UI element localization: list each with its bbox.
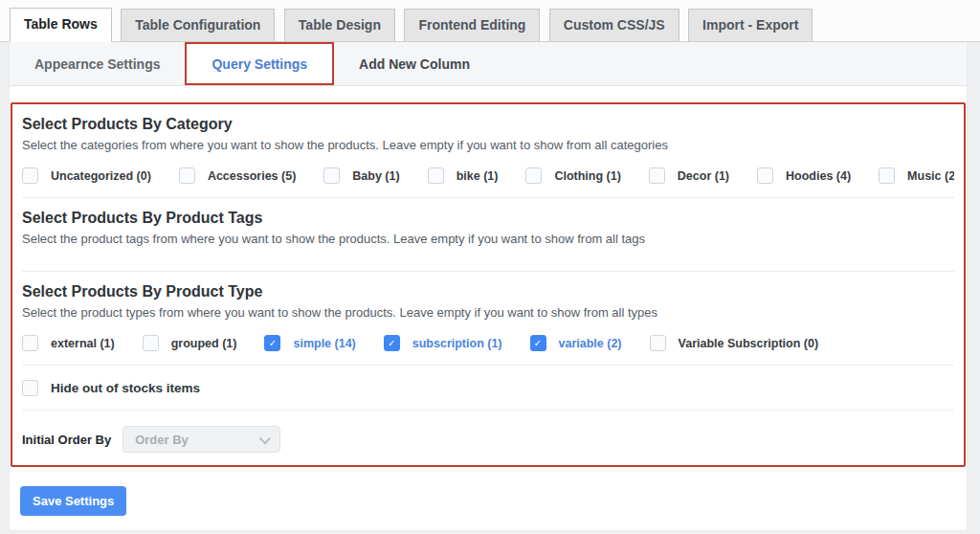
- checkbox-icon[interactable]: [323, 167, 340, 184]
- category-section-title: Select Products By Category: [22, 116, 954, 133]
- checkbox-label: Decor (1): [678, 169, 729, 183]
- tab-query-settings[interactable]: Query Settings: [185, 42, 334, 85]
- checkbox-icon[interactable]: [179, 167, 195, 184]
- category-section: Select Products By Category Select the c…: [12, 104, 964, 197]
- checkbox-checked-icon[interactable]: [384, 335, 400, 351]
- initial-order-row: Initial Order By Order By: [12, 411, 964, 465]
- category-option-baby[interactable]: Baby (1): [323, 167, 399, 184]
- type-options-row: external (1) grouped (1) simple (14) sub…: [22, 335, 954, 351]
- checkbox-icon[interactable]: [22, 335, 38, 351]
- checkbox-icon[interactable]: [649, 167, 665, 184]
- tab-import-export[interactable]: Import - Export: [688, 9, 813, 41]
- tab-frontend-editing[interactable]: Frontend Editing: [404, 9, 540, 41]
- tags-section-description: Select the product tags from where you w…: [22, 232, 954, 246]
- save-settings-button[interactable]: Save Settings: [20, 486, 126, 516]
- category-option-accessories[interactable]: Accessories (5): [179, 167, 296, 184]
- type-option-variable[interactable]: variable (2): [530, 335, 622, 351]
- checkbox-icon[interactable]: [143, 335, 159, 351]
- checkbox-icon[interactable]: [525, 167, 542, 184]
- initial-order-by-label: Initial Order By: [22, 433, 111, 447]
- tab-appearance-settings[interactable]: Appearnce Settings: [10, 42, 185, 85]
- checkbox-icon[interactable]: [757, 167, 773, 184]
- tab-add-new-column[interactable]: Add New Column: [334, 42, 495, 85]
- category-section-description: Select the categories from where you wan…: [22, 138, 954, 152]
- tab-table-design[interactable]: Table Design: [284, 9, 395, 41]
- checkbox-label: simple (14): [293, 337, 355, 350]
- checkbox-label: grouped (1): [171, 337, 237, 350]
- type-option-subscription[interactable]: subscription (1): [384, 335, 502, 351]
- checkbox-label: variable (2): [559, 337, 622, 350]
- category-option-decor[interactable]: Decor (1): [649, 167, 729, 184]
- hide-out-of-stock-checkbox[interactable]: Hide out of stocks items: [12, 366, 964, 410]
- tab-custom-css-js[interactable]: Custom CSS/JS: [549, 9, 679, 41]
- type-option-variable-subscription[interactable]: Variable Subscription (0): [650, 335, 819, 351]
- checkbox-label: bike (1): [457, 169, 499, 183]
- type-section: Select Products By Product Type Select t…: [12, 272, 964, 365]
- annotation-box: Select Products By Category Select the c…: [11, 102, 966, 467]
- checkbox-icon[interactable]: [879, 167, 895, 184]
- chevron-down-icon: [259, 432, 272, 444]
- tags-section-title: Select Products By Product Tags: [22, 210, 954, 227]
- type-option-grouped[interactable]: grouped (1): [143, 335, 237, 351]
- category-option-bike[interactable]: bike (1): [428, 167, 499, 184]
- checkbox-icon[interactable]: [22, 380, 38, 396]
- settings-tab-bar: Appearnce Settings Query Settings Add Ne…: [10, 42, 967, 86]
- type-section-description: Select the product types from where you …: [22, 305, 954, 320]
- checkbox-label: Hoodies (4): [786, 169, 851, 183]
- checkbox-icon[interactable]: [428, 167, 444, 184]
- checkbox-label: subscription (1): [412, 337, 502, 350]
- query-settings-content: Select Products By Category Select the c…: [10, 86, 967, 516]
- order-by-select[interactable]: Order By: [122, 426, 280, 453]
- checkbox-label: Accessories (5): [208, 169, 296, 183]
- tags-section: Select Products By Product Tags Select t…: [12, 198, 964, 271]
- checkbox-label: Clothing (1): [554, 169, 620, 183]
- category-option-uncategorized[interactable]: Uncategorized (0): [22, 167, 151, 184]
- category-option-hoodies[interactable]: Hoodies (4): [757, 167, 851, 184]
- order-by-selected-value: Order By: [135, 433, 189, 447]
- category-option-clothing[interactable]: Clothing (1): [525, 167, 620, 184]
- checkbox-label: external (1): [51, 337, 115, 350]
- checkbox-label: Baby (1): [352, 169, 399, 183]
- type-option-simple[interactable]: simple (14): [264, 335, 355, 351]
- checkbox-label: Music (2): [907, 169, 954, 183]
- category-options-row: Uncategorized (0) Accessories (5) Baby (…: [22, 167, 954, 184]
- type-section-title: Select Products By Product Type: [22, 283, 954, 300]
- checkbox-label: Uncategorized (0): [51, 169, 151, 183]
- type-option-external[interactable]: external (1): [22, 335, 115, 351]
- tab-table-configuration[interactable]: Table Configuration: [121, 9, 275, 41]
- checkbox-checked-icon[interactable]: [530, 335, 546, 351]
- settings-panel: Appearnce Settings Query Settings Add Ne…: [10, 42, 967, 530]
- main-tab-bar: Table Rows Table Configuration Table Des…: [0, 0, 980, 42]
- checkbox-icon[interactable]: [22, 167, 38, 184]
- checkbox-checked-icon[interactable]: [264, 335, 280, 351]
- tab-table-rows[interactable]: Table Rows: [10, 8, 112, 42]
- checkbox-icon[interactable]: [650, 335, 666, 351]
- hide-out-of-stock-label: Hide out of stocks items: [51, 381, 200, 395]
- checkbox-label: Variable Subscription (0): [679, 337, 819, 350]
- category-option-music[interactable]: Music (2): [879, 167, 954, 184]
